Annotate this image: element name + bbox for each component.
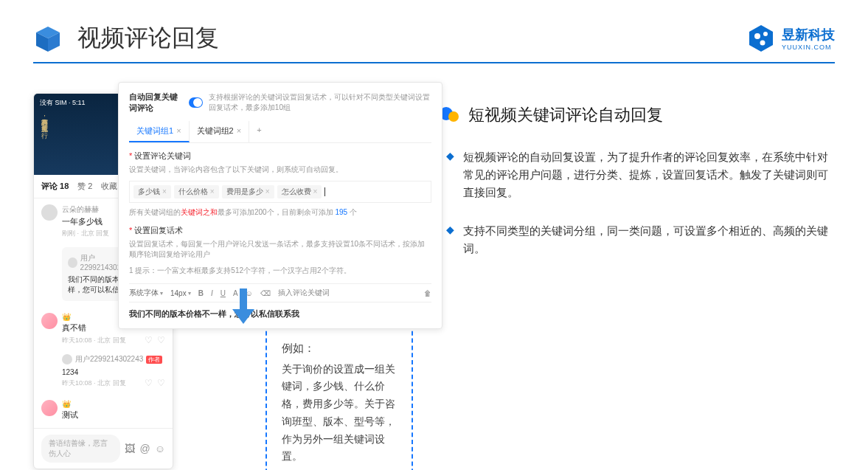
delete-icon[interactable]: 🗑	[424, 289, 431, 297]
brand-sub: YUUXIN.COM	[782, 44, 835, 51]
toggle-desc: 支持根据评论的关键词设置回复话术，可以针对不同类型关键词设置回复话术，最多添加1…	[209, 92, 431, 113]
settings-panel: 自动回复关键词评论 支持根据评论的关键词设置回复话术，可以针对不同类型关键词设置…	[118, 82, 442, 329]
bold-icon[interactable]: B	[198, 289, 204, 297]
keyword-tag: 什么价格×	[174, 185, 219, 198]
clear-icon[interactable]: ⌫	[260, 289, 271, 297]
svg-point-6	[760, 41, 765, 46]
avatar	[41, 313, 58, 329]
example-title: 例如：	[282, 339, 397, 358]
diamond-icon: ◆	[446, 224, 454, 258]
font-family-select[interactable]: 系统字体	[129, 288, 163, 298]
reply-item: 用户2299214302243 作者 1234 昨天10:08 · 北京 回复♡…	[62, 354, 165, 388]
auto-reply-toggle[interactable]	[189, 97, 203, 108]
tab-keyword-group-2[interactable]: 关键词组2×	[190, 121, 250, 142]
example-body: 关于询价的设置成一组关键词，多少钱、什么价格，费用多少等。关于咨询班型、版本、型…	[282, 361, 397, 466]
keyword-tag: 多少钱×	[133, 185, 171, 198]
insert-keyword-button[interactable]: 插入评论关键词	[278, 288, 330, 298]
underline-icon[interactable]: U	[221, 289, 226, 297]
keyword-tag: 费用是多少×	[222, 185, 274, 198]
avatar	[41, 204, 58, 221]
reply-desc: 设置回复话术，每回复一个用户评论只发送一条话术，最多支持设置10条不同话术，按添…	[129, 239, 431, 260]
svg-point-10	[448, 111, 459, 122]
comment-text: 测试	[62, 409, 165, 421]
like-icon[interactable]: ♡	[145, 335, 153, 345]
avatar	[68, 258, 77, 268]
toggle-label: 自动回复关键词评论	[129, 91, 183, 114]
reply-editor[interactable]: 我们不同的版本价格不一样，您可以私信联系我	[129, 308, 431, 319]
dislike-icon[interactable]: ♡	[157, 335, 165, 345]
image-icon[interactable]: 🖼	[125, 443, 135, 455]
mention-icon[interactable]: @	[139, 443, 150, 455]
reply-text: 1234	[62, 367, 165, 378]
emoji-icon[interactable]: ☺	[155, 443, 165, 455]
video-overlay-text: 身前心有涯，所见可有涯，行	[40, 114, 49, 165]
keyword-tag: 怎么收费×	[277, 185, 322, 198]
arrow-icon	[229, 288, 258, 328]
divider	[33, 62, 835, 63]
italic-icon[interactable]: I	[211, 289, 213, 297]
comment-meta: 昨天10:08 · 北京 回复	[62, 336, 126, 345]
svg-point-4	[754, 33, 760, 39]
keyword-input[interactable]: 多少钱× 什么价格× 费用是多少× 怎么收费×	[129, 181, 431, 203]
reply-hint: 1 提示：一个富文本框最多支持512个字符，一个汉字占用2个字符。	[129, 266, 431, 276]
svg-point-5	[763, 32, 768, 36]
tab-likes[interactable]: 赞 2	[77, 181, 92, 192]
add-tab-button[interactable]: +	[249, 121, 268, 142]
comment-input[interactable]: 善语结善缘，恶言伤人心	[41, 435, 120, 463]
close-icon[interactable]: ×	[176, 126, 181, 135]
editor-toolbar: 系统字体 14px B I U A ☺ ⌫ 插入评论关键词 🗑	[129, 283, 431, 303]
reply-label: 设置回复话术	[129, 225, 431, 236]
section-title: 短视频关键词评论自动回复	[468, 104, 663, 126]
comment-username: 👑	[62, 400, 165, 408]
avatar	[41, 400, 58, 416]
brand-logo: 昱新科技 YUUXIN.COM	[746, 24, 835, 53]
example-box: 例如： 关于询价的设置成一组关键词，多少钱、什么价格，费用多少等。关于咨询班型、…	[265, 324, 413, 470]
avatar	[62, 354, 72, 364]
bullet-text: 短视频评论的自动回复设置，为了提升作者的评论回复效率，在系统中针对常见的评论用户…	[463, 148, 835, 201]
page-title: 视频评论回复	[77, 22, 219, 55]
reply-meta: 昨天10:08 · 北京 回复	[62, 379, 126, 388]
tab-fav[interactable]: 收藏	[101, 181, 117, 192]
reply-username: 用户2299214302243	[75, 354, 143, 364]
diamond-icon: ◆	[446, 150, 454, 201]
author-badge: 作者	[146, 356, 162, 364]
keyword-note: 所有关键词组的关键词之和最多可添加200个，目前剩余可添加 195 个	[129, 207, 431, 218]
keyword-tabs: 关键词组1× 关键词组2× +	[129, 121, 431, 143]
svg-marker-8	[232, 309, 254, 324]
comment-item: 👑 测试	[34, 394, 173, 428]
keyword-desc: 设置关键词，当评论内容包含了以下关键词，则系统可自动回复。	[129, 165, 431, 175]
bullet-text: 支持不同类型的关键词分组，同一类问题，可设置多个相近的、高频的关键词。	[463, 222, 835, 258]
svg-marker-3	[749, 25, 773, 52]
brand-name: 昱新科技	[782, 26, 835, 44]
like-icon[interactable]: ♡	[145, 378, 153, 388]
tab-keyword-group-1[interactable]: 关键词组1×	[129, 121, 190, 142]
svg-rect-7	[240, 288, 247, 309]
font-size-select[interactable]: 14px	[170, 289, 191, 297]
keyword-label: 设置评论关键词	[129, 151, 431, 162]
tab-comments[interactable]: 评论 18	[41, 181, 69, 192]
cube-icon	[33, 24, 63, 53]
dislike-icon[interactable]: ♡	[157, 378, 165, 388]
close-icon[interactable]: ×	[237, 126, 241, 135]
